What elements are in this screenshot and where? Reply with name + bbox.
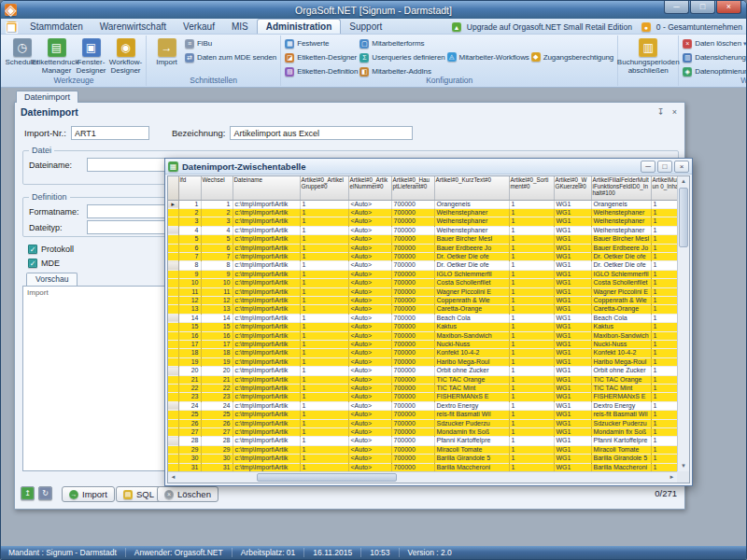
row-selector[interactable] (168, 226, 178, 234)
grid-cell[interactable]: 9 (178, 270, 201, 278)
grid-cell[interactable]: WG1 (554, 217, 591, 226)
grid-cell[interactable]: c:\tmp\Import\Artik (233, 455, 300, 463)
grid-cell[interactable]: 1 (651, 375, 677, 384)
grid-cell[interactable]: 27 (201, 428, 233, 437)
company-selector[interactable]: ● 0 - Gesamtunternehmen (641, 22, 742, 32)
grid-row[interactable]: 2121c:\tmp\Import\Artik1<Auto>700000TIC … (168, 375, 677, 384)
grid-cell[interactable]: 1 (509, 411, 554, 419)
grid-cell[interactable]: c:\tmp\Import\Artik (233, 217, 300, 226)
row-selector[interactable] (168, 445, 178, 454)
grid-cell[interactable]: 4 (178, 226, 201, 234)
grid-cell[interactable]: Barilla Maccheroni (591, 463, 651, 471)
grid-cell[interactable]: Konfekt 10-4-2 (434, 349, 509, 357)
mde-checkbox[interactable]: ✓ (28, 259, 37, 268)
grid-cell[interactable]: 21 (178, 375, 201, 384)
grid-cell[interactable]: 1 (509, 367, 554, 375)
grid-cell[interactable]: <Auto> (348, 428, 391, 437)
grid-cell[interactable]: 1 (300, 455, 348, 463)
grid-cell[interactable]: 1 (509, 419, 554, 427)
grid-cell[interactable]: Beach Cola (591, 314, 651, 322)
grid-cell[interactable]: 1 (509, 314, 554, 322)
grid-cell[interactable]: 700000 (391, 375, 434, 384)
grid-cell[interactable]: 700000 (391, 287, 434, 296)
grid-cell[interactable]: 29 (201, 445, 233, 454)
grid-cell[interactable]: 14 (201, 314, 233, 322)
grid-cell[interactable]: 1 (651, 217, 677, 226)
row-selector[interactable] (168, 428, 178, 437)
grid-cell[interactable]: 1 (509, 401, 554, 410)
grid-cell[interactable]: IGLO Schlemmerfil (591, 270, 651, 278)
dialog-title-bar[interactable]: ▦ Datenimport-Zwischentabelle ─ □ × (165, 159, 692, 175)
grid-cell[interactable]: <Auto> (348, 463, 391, 471)
grid-cell[interactable]: 1 (300, 393, 348, 401)
grid-cell[interactable]: Orangeneis (434, 200, 509, 208)
grid-cell[interactable]: Haribo Mega-Roul (434, 357, 509, 366)
grid-cell[interactable]: 700000 (391, 341, 434, 349)
grid-cell[interactable]: c:\tmp\Import\Artik (233, 287, 300, 296)
grid-cell[interactable]: 700000 (391, 235, 434, 244)
row-selector[interactable] (168, 252, 178, 260)
grid-cell[interactable]: 1 (300, 428, 348, 437)
grid-row[interactable]: 2727c:\tmp\Import\Artik1<Auto>700000Mond… (168, 428, 677, 437)
grid-cell[interactable]: Bauer Erdbeere Jo (434, 244, 509, 252)
grid-cell[interactable]: 1 (300, 226, 348, 234)
row-selector[interactable] (168, 411, 178, 419)
vorschau-tab[interactable]: Vorschau (26, 273, 78, 286)
grid-cell[interactable]: WG1 (554, 252, 591, 260)
row-selector[interactable] (168, 279, 178, 287)
grid-cell[interactable]: c:\tmp\Import\Artik (233, 375, 300, 384)
column-header[interactable]: Dateiname (233, 176, 300, 200)
grid-row[interactable]: 3131c:\tmp\Import\Artik1<Auto>700000Bari… (168, 463, 677, 471)
column-header[interactable]: Artikel#0_WGKuerzel#0 (554, 176, 591, 200)
grid-cell[interactable]: <Auto> (348, 445, 391, 454)
grid-cell[interactable]: 1 (509, 244, 554, 252)
grid-cell[interactable]: 1 (509, 296, 554, 304)
grid-cell[interactable]: WG1 (554, 235, 591, 244)
grid-cell[interactable]: 17 (201, 341, 233, 349)
row-selector[interactable] (168, 437, 178, 445)
grid-cell[interactable]: c:\tmp\Import\Artik (233, 331, 300, 340)
grid-cell[interactable]: <Auto> (348, 455, 391, 463)
column-header[interactable]: Artikel#0_HauptLieferant#0 (391, 176, 434, 200)
grid-cell[interactable]: 2 (178, 208, 201, 217)
row-selector[interactable] (168, 393, 178, 401)
grid-row[interactable]: 1010c:\tmp\Import\Artik1<Auto>700000Cost… (168, 279, 677, 287)
ribbon-button-userqueries[interactable]: Σ Userqueries definieren (359, 51, 445, 63)
grid-cell[interactable]: c:\tmp\Import\Artik (233, 393, 300, 401)
grid-cell[interactable]: Haribo Mega-Roul (591, 357, 651, 366)
grid-cell[interactable]: TIC TAC Mint (434, 385, 509, 393)
grid-cell[interactable]: 22 (201, 385, 233, 393)
import-grid[interactable]: lfdWechselDateinameArtikel#0_ArtikelGrup… (168, 176, 677, 471)
row-selector[interactable]: ► (168, 200, 178, 208)
column-header[interactable]: Artikel#0_ArtikelNummer#0 (348, 176, 391, 200)
grid-cell[interactable]: 1 (509, 445, 554, 454)
grid-cell[interactable]: 24 (178, 401, 201, 410)
grid-cell[interactable]: WG1 (554, 349, 591, 357)
grid-cell[interactable]: 1 (300, 375, 348, 384)
grid-cell[interactable]: <Auto> (348, 287, 391, 296)
grid-row[interactable]: 44c:\tmp\Import\Artik1<Auto>700000Weihen… (168, 226, 677, 234)
grid-cell[interactable]: 11 (178, 287, 201, 296)
grid-cell[interactable]: Wagner Piccolini E (591, 287, 651, 296)
grid-row[interactable]: 66c:\tmp\Import\Artik1<Auto>700000Bauer … (168, 244, 677, 252)
grid-cell[interactable]: 700000 (391, 455, 434, 463)
grid-cell[interactable]: 700000 (391, 357, 434, 366)
grid-cell[interactable]: Sdzucker Puderzu (591, 419, 651, 427)
grid-cell[interactable]: c:\tmp\Import\Artik (233, 419, 300, 427)
ribbon-button-mitarbeiterforms[interactable]: ▢ Mitarbeiterforms (359, 37, 445, 49)
grid-row[interactable]: 88c:\tmp\Import\Artik1<Auto>700000Dr. Oe… (168, 261, 677, 270)
grid-cell[interactable]: c:\tmp\Import\Artik (233, 428, 300, 437)
grid-cell[interactable]: WG1 (554, 323, 591, 331)
grid-cell[interactable]: 26 (201, 419, 233, 427)
grid-cell[interactable]: 9 (201, 270, 233, 278)
grid-cell[interactable]: Caretta-Orange (591, 305, 651, 314)
import-nr-input[interactable] (71, 126, 149, 140)
grid-cell[interactable]: 18 (178, 349, 201, 357)
grid-cell[interactable]: 1 (651, 463, 677, 471)
grid-cell[interactable]: 1 (651, 385, 677, 393)
grid-cell[interactable]: <Auto> (348, 305, 391, 314)
grid-cell[interactable]: 3 (178, 217, 201, 226)
scroll-left-icon[interactable]: ◄ (168, 472, 178, 483)
grid-cell[interactable]: IGLO Schlemmerfil (434, 270, 509, 278)
grid-cell[interactable]: <Auto> (348, 200, 391, 208)
